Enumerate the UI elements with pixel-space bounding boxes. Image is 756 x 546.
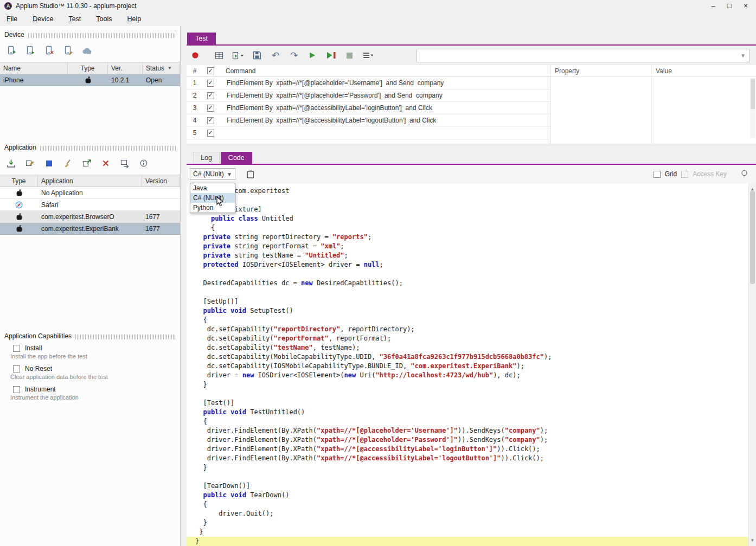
application-row[interactable]: com.experitest.ExperiBank1677 [0, 223, 180, 235]
column-header-type[interactable]: Type [0, 175, 38, 187]
install-app-icon[interactable] [5, 157, 16, 169]
column-header-name[interactable]: Name [0, 62, 68, 74]
stop-app-icon[interactable] [43, 157, 54, 169]
uninstall-app-icon[interactable] [100, 157, 111, 169]
column-header-version[interactable]: Version [142, 175, 180, 187]
grid-checkbox[interactable] [654, 171, 661, 178]
code-line: driver = new IOSDriver<IOSElement>(new U… [195, 371, 756, 380]
column-header-type[interactable]: Type [68, 62, 108, 74]
disconnect-device-icon[interactable] [43, 44, 54, 56]
tab-test[interactable]: Test [187, 33, 216, 44]
view-options-icon[interactable] [362, 49, 374, 61]
command-row[interactable]: 1FindElement By xpath=//*[@placeholder='… [187, 77, 550, 89]
column-header-ver[interactable]: Ver. [108, 62, 143, 74]
code-line: dc.setCapability("testName", testName); [195, 343, 756, 352]
language-option-python[interactable]: Python [190, 203, 235, 213]
step-checkbox[interactable] [207, 80, 214, 87]
code-line: } [195, 528, 756, 537]
device-row[interactable]: iPhone10.2.1Open [0, 74, 180, 86]
command-row[interactable]: 2FindElement By xpath=//*[@placeholder='… [187, 89, 550, 102]
maximize-button[interactable]: □ [721, 2, 738, 10]
close-button[interactable]: × [738, 2, 754, 10]
column-header-command[interactable]: Command [218, 67, 550, 75]
scrollbar-thumb[interactable] [750, 191, 755, 284]
code-toolbar: C# (NUnit) ▼ Grid Access Key [187, 165, 756, 183]
code-line: private string reportFormat = "xml"; [195, 242, 756, 251]
switch-app-icon[interactable] [119, 157, 130, 169]
stop-run-icon[interactable] [344, 49, 355, 61]
step-checkbox[interactable] [207, 130, 214, 137]
scroll-down-icon[interactable]: ▼ [749, 536, 756, 545]
add-step-icon[interactable] [214, 49, 225, 61]
command-row[interactable]: 3FindElement By xpath=//*[@accessibility… [187, 102, 550, 114]
edit-device-icon[interactable] [62, 44, 73, 56]
section-divider [28, 33, 176, 38]
step-checkbox[interactable] [207, 92, 214, 99]
record-icon[interactable] [190, 49, 201, 61]
command-row[interactable]: 5 [187, 127, 550, 139]
code-line: driver.FindElement(By.XPath("xpath=//*[@… [195, 445, 756, 454]
run-test-icon[interactable] [307, 49, 318, 61]
lightbulb-icon[interactable] [739, 168, 749, 180]
property-table-header: Property Value [550, 65, 756, 77]
chevron-down-icon: ▼ [740, 53, 746, 59]
no-reset-checkbox[interactable] [13, 365, 20, 372]
menu-tools[interactable]: Tools [96, 15, 112, 23]
application-row[interactable]: com.experitest.BrowserO1677 [0, 211, 180, 223]
select-all-checkbox[interactable] [207, 67, 214, 74]
column-header-status[interactable]: Status ▼ [143, 62, 180, 74]
clean-app-icon[interactable] [62, 157, 73, 169]
tab-log[interactable]: Log [193, 152, 220, 164]
status-filter-icon[interactable]: ▼ [168, 66, 172, 70]
run-selected-icon[interactable] [325, 49, 336, 61]
copy-code-icon[interactable] [245, 168, 256, 180]
tab-code[interactable]: Code [221, 152, 252, 164]
device-section-header: Device [0, 26, 180, 39]
menu-test[interactable]: Test [68, 15, 81, 23]
code-line: [SetUp()] [195, 297, 756, 306]
cloud-devices-icon[interactable] [81, 44, 93, 56]
launch-app-icon[interactable] [81, 157, 92, 169]
minimize-button[interactable]: – [705, 2, 721, 10]
application-toolbar [0, 152, 180, 175]
instrument-checkbox[interactable] [13, 386, 20, 393]
capability-description: Install the app before the test [0, 353, 180, 363]
app-info-icon[interactable] [138, 157, 149, 169]
grid-label: Grid [665, 170, 677, 178]
menu-device[interactable]: Device [33, 15, 53, 23]
code-line: } [195, 380, 756, 389]
column-header-value[interactable]: Value [651, 65, 756, 76]
apple-icon [68, 74, 108, 86]
section-divider [40, 146, 176, 151]
application-row[interactable]: Safari [0, 199, 180, 211]
left-panel: Device Name Type Ver. Status ▼ iPhone10.… [0, 26, 181, 546]
property-scrollbar[interactable] [750, 78, 755, 138]
capability-label: No Reset [25, 365, 52, 372]
test-device-combobox[interactable]: ▼ [417, 49, 749, 62]
application-row[interactable]: No Application [0, 187, 180, 199]
undo-icon[interactable]: ↶ [270, 49, 281, 61]
device-table: Name Type Ver. Status ▼ iPhone10.2.1Open [0, 62, 180, 86]
edit-app-icon[interactable] [24, 157, 35, 169]
step-checkbox[interactable] [207, 117, 214, 124]
install-checkbox[interactable] [13, 345, 20, 352]
command-row[interactable]: 4FindElement By xpath=//*[@accessibility… [187, 114, 550, 127]
column-header-application[interactable]: Application [38, 175, 142, 187]
code-editor[interactable]: namespace com.experitest{ [TestFixture] … [187, 183, 756, 546]
column-header-property[interactable]: Property [550, 65, 651, 76]
language-select[interactable]: C# (NUnit) ▼ [190, 168, 235, 180]
column-header-index[interactable]: # [187, 67, 203, 75]
panel-splitter[interactable] [181, 26, 187, 546]
save-test-icon[interactable] [252, 49, 262, 61]
language-option-c-nunit[interactable]: C# (NUnit) [190, 193, 235, 203]
add-device-icon[interactable] [5, 44, 16, 56]
step-checkbox[interactable] [207, 105, 214, 112]
export-test-icon[interactable] [232, 49, 244, 61]
language-option-java[interactable]: Java [190, 183, 235, 193]
redo-icon[interactable]: ↷ [289, 49, 299, 61]
menu-file[interactable]: File [7, 15, 17, 23]
code-scrollbar[interactable]: ▲ ▼ [748, 183, 756, 546]
connect-device-icon[interactable] [24, 44, 35, 56]
application-version: 1677 [142, 211, 180, 222]
menu-help[interactable]: Help [127, 15, 142, 23]
